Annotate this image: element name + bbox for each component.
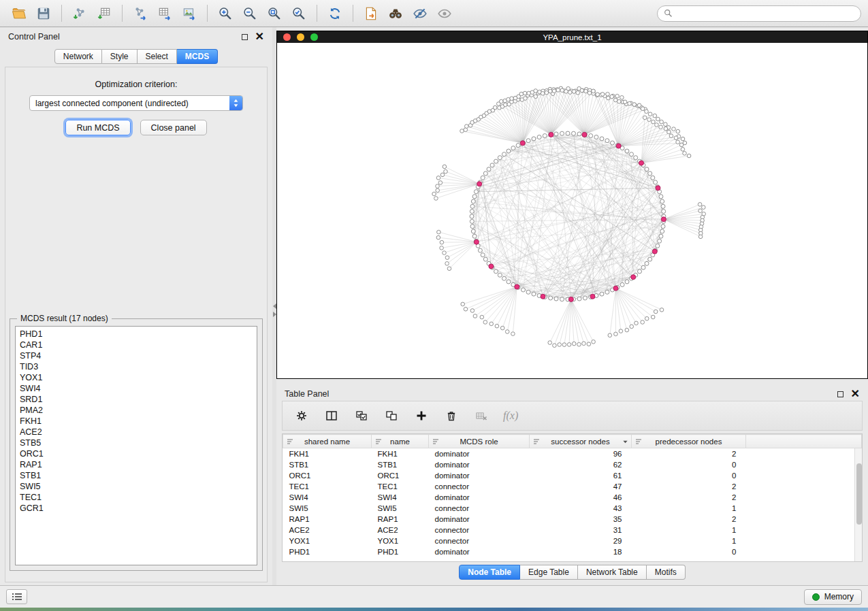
- mcds-result-item[interactable]: TID3: [20, 361, 257, 372]
- share-network-button[interactable]: [359, 3, 383, 24]
- mcds-result-item[interactable]: ORC1: [20, 448, 257, 459]
- network-window-titlebar[interactable]: YPA_prune.txt_1: [277, 31, 867, 43]
- search-field[interactable]: [657, 5, 861, 22]
- table-row[interactable]: STB1STB1dominator620: [283, 459, 862, 470]
- mcds-result-item[interactable]: FKH1: [20, 416, 257, 427]
- tab-style[interactable]: Style: [102, 49, 138, 64]
- window-maximize-icon[interactable]: [310, 33, 318, 41]
- application-window: Control Panel ✕ Network Style Select MCD…: [0, 0, 868, 608]
- mcds-result-title: MCDS result (17 nodes): [17, 314, 112, 323]
- node-table: shared name name MCDS role: [283, 434, 862, 557]
- network-graph[interactable]: [277, 43, 867, 378]
- mcds-result-item[interactable]: RAP1: [20, 459, 257, 470]
- cell-predecessor-nodes: 0: [632, 459, 746, 470]
- table-row[interactable]: SWI4SWI4dominator462: [283, 492, 862, 503]
- column-header-successor-nodes[interactable]: successor nodes: [530, 435, 632, 448]
- mcds-result-item[interactable]: SRD1: [20, 394, 257, 405]
- search-input[interactable]: [677, 9, 854, 18]
- show-all-button[interactable]: [432, 3, 457, 24]
- export-image-button[interactable]: [177, 3, 202, 24]
- cell-shared-name: SWI5: [283, 503, 372, 514]
- mcds-result-item[interactable]: YOX1: [20, 372, 257, 383]
- add-column-button[interactable]: [413, 408, 430, 424]
- mcds-result-item[interactable]: PHD1: [20, 329, 257, 340]
- close-panel-button[interactable]: Close panel: [140, 120, 207, 135]
- table-row[interactable]: TEC1TEC1connector472: [283, 481, 862, 492]
- column-menu-icon[interactable]: [622, 439, 628, 445]
- cell-successor-nodes: 61: [530, 470, 632, 481]
- show-columns-button[interactable]: [323, 408, 340, 424]
- memory-button[interactable]: Memory: [804, 589, 862, 605]
- refresh-view-button[interactable]: [323, 3, 347, 24]
- import-network-button[interactable]: [67, 3, 92, 24]
- tab-network-table[interactable]: Network Table: [578, 565, 647, 580]
- zoom-fit-icon: [267, 6, 282, 21]
- cell-mcds-role: connector: [429, 481, 530, 492]
- mcds-result-item[interactable]: ACE2: [20, 427, 257, 437]
- zoom-fit-button[interactable]: [262, 3, 287, 24]
- cell-predecessor-nodes: 0: [632, 546, 746, 557]
- table-scrollbar[interactable]: [854, 448, 862, 561]
- table-row[interactable]: PHD1PHD1dominator180: [283, 546, 862, 557]
- function-builder-button[interactable]: f(x): [503, 410, 518, 422]
- mcds-result-list[interactable]: PHD1CAR1STP4TID3YOX1SWI4SRD1PMA2FKH1ACE2…: [15, 326, 257, 565]
- delete-table-button[interactable]: [473, 408, 489, 424]
- column-header-predecessor-nodes[interactable]: predecessor nodes: [632, 435, 746, 448]
- mcds-result-item[interactable]: STP4: [20, 350, 257, 361]
- mcds-result-item[interactable]: PMA2: [20, 405, 257, 416]
- window-close-icon[interactable]: [283, 33, 291, 41]
- first-neighbors-button[interactable]: [383, 3, 408, 24]
- zoom-in-button[interactable]: [213, 3, 238, 24]
- cell-shared-name: YOX1: [283, 535, 372, 546]
- save-session-button[interactable]: [31, 3, 56, 24]
- table-row[interactable]: RAP1RAP1dominator352: [283, 514, 862, 525]
- close-panel-icon[interactable]: ✕: [255, 33, 264, 40]
- table-scrollbar-thumb[interactable]: [856, 463, 862, 525]
- window-minimize-icon[interactable]: [297, 33, 304, 41]
- mcds-result-item[interactable]: TEC1: [20, 492, 257, 503]
- import-table-button[interactable]: [92, 3, 116, 24]
- table-settings-button[interactable]: [293, 408, 310, 424]
- column-header-mcds-role[interactable]: MCDS role: [429, 435, 530, 448]
- float-panel-icon[interactable]: [242, 34, 248, 40]
- column-header-shared-name[interactable]: shared name: [283, 435, 372, 448]
- cell-name: ORC1: [372, 470, 429, 481]
- export-table-button[interactable]: [152, 3, 177, 24]
- mcds-result-item[interactable]: GCR1: [20, 503, 257, 514]
- cell-mcds-role: dominator: [429, 459, 530, 470]
- mcds-result-item[interactable]: STB5: [20, 437, 257, 448]
- close-table-panel-icon[interactable]: ✕: [851, 391, 860, 397]
- hide-selected-button[interactable]: [408, 3, 432, 24]
- delete-column-button[interactable]: [443, 408, 460, 424]
- float-table-panel-icon[interactable]: [837, 391, 843, 397]
- table-row[interactable]: ACE2ACE2connector311: [283, 525, 862, 535]
- cell-mcds-role: dominator: [429, 514, 530, 525]
- table-row[interactable]: ORC1ORC1dominator610: [283, 470, 862, 481]
- tab-select[interactable]: Select: [138, 49, 177, 64]
- control-panel-header: Control Panel ✕: [0, 27, 272, 46]
- mcds-result-item[interactable]: STB1: [20, 470, 257, 481]
- open-session-button[interactable]: [7, 3, 31, 24]
- tab-node-table[interactable]: Node Table: [459, 565, 520, 580]
- tab-edge-table[interactable]: Edge Table: [520, 565, 578, 580]
- unselect-all-button[interactable]: [383, 408, 400, 424]
- network-canvas[interactable]: [277, 43, 867, 378]
- mcds-result-item[interactable]: CAR1: [20, 340, 257, 350]
- zoom-selected-button[interactable]: [287, 3, 311, 24]
- mcds-result-item[interactable]: SWI4: [20, 383, 257, 394]
- delete-table-icon: [475, 409, 488, 423]
- select-all-button[interactable]: [353, 408, 370, 424]
- table-row[interactable]: SWI5SWI5connector431: [283, 503, 862, 514]
- tab-mcds[interactable]: MCDS: [177, 49, 218, 64]
- tab-network[interactable]: Network: [54, 49, 102, 64]
- export-network-button[interactable]: [128, 3, 152, 24]
- zoom-out-button[interactable]: [238, 3, 262, 24]
- table-row[interactable]: YOX1YOX1connector291: [283, 535, 862, 546]
- run-mcds-button[interactable]: Run MCDS: [65, 120, 130, 135]
- mcds-result-item[interactable]: SWI5: [20, 481, 257, 492]
- column-header-name[interactable]: name: [372, 435, 429, 448]
- tab-motifs[interactable]: Motifs: [647, 565, 686, 580]
- table-row[interactable]: FKH1FKH1dominator962: [283, 448, 862, 459]
- task-history-button[interactable]: [6, 589, 27, 604]
- criterion-dropdown[interactable]: largest connected component (undirected): [29, 95, 243, 111]
